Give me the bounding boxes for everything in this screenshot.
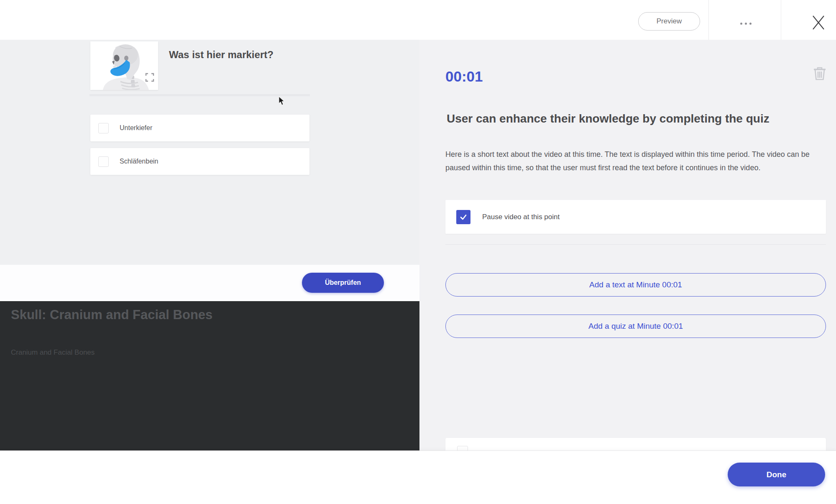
pause-video-label: Pause video at this point [482,213,560,221]
answer-checkbox[interactable] [98,123,109,133]
video-quiz-editor: Preview [0,0,836,504]
more-options-button[interactable] [738,20,754,27]
top-toolbar: Preview [0,0,836,40]
answer-checkbox[interactable] [98,156,109,167]
done-button[interactable]: Done [728,463,825,486]
answer-label: Schläfenbein [120,158,159,165]
quiz-preview-pane: Was ist hier markiert? Unterkiefer Schlä… [0,40,419,265]
next-interaction-card[interactable] [445,438,826,450]
question-image-card [90,41,158,90]
add-quiz-button[interactable]: Add a quiz at Minute 00:01 [445,315,826,338]
pause-video-card: Pause video at this point [445,200,826,234]
check-answer-button[interactable]: Überprüfen [302,273,384,293]
preview-button[interactable]: Preview [638,12,700,31]
toolbar-divider [781,0,781,40]
video-title: Skull: Cranium and Facial Bones [11,307,212,322]
close-icon[interactable] [810,14,827,31]
add-text-button[interactable]: Add a text at Minute 00:01 [445,273,826,297]
next-interaction-checkbox[interactable] [457,446,468,450]
video-subtitle: Cranium and Facial Bones [11,348,95,357]
dot-icon [745,23,747,25]
mouse-cursor [279,96,285,108]
section-divider [445,244,826,245]
interaction-heading: User can enhance their knowledge by comp… [447,112,815,125]
timestamp-value[interactable]: 00:01 [445,68,483,85]
question-divider [89,94,310,96]
video-title-pane: Skull: Cranium and Facial Bones Cranium … [0,301,419,450]
dot-icon [740,23,742,25]
interaction-editor-panel: 00:01 User can enhance their knowledge b… [419,40,836,504]
checkmark-icon [459,213,468,221]
footer-bar: Done [0,450,836,504]
quiz-action-band: Überprüfen [0,265,419,301]
interaction-description: Here is a short text about the video at … [445,148,826,174]
question-text: Was ist hier markiert? [169,49,274,61]
dot-icon [749,23,752,25]
fullscreen-icon[interactable] [145,72,155,84]
delete-icon[interactable] [813,66,826,81]
toolbar-divider [708,0,709,40]
pause-video-checkbox[interactable] [456,210,470,224]
answer-option[interactable]: Unterkiefer [90,115,309,141]
answer-label: Unterkiefer [120,124,152,132]
answer-option[interactable]: Schläfenbein [90,148,309,175]
